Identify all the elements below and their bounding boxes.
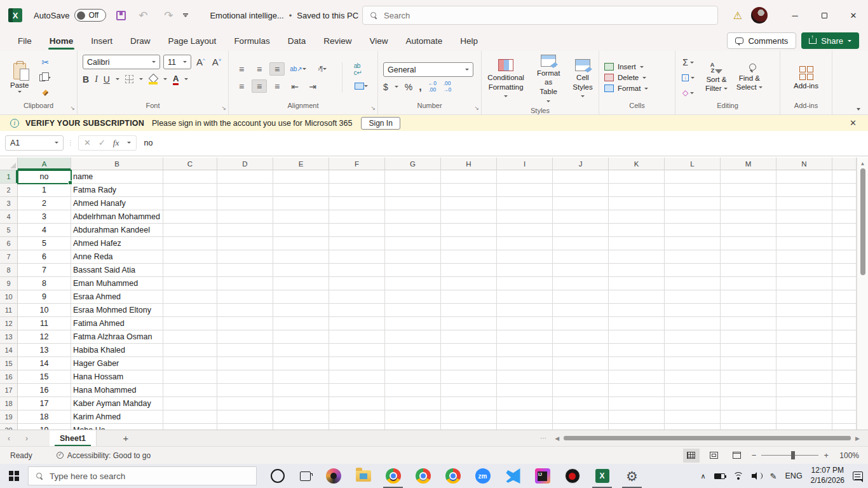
font-name-select[interactable]: Calibri	[83, 55, 160, 69]
cell-partial15[interactable]	[832, 357, 857, 370]
cell-L13[interactable]	[665, 330, 721, 344]
cell-L2[interactable]	[665, 184, 721, 197]
cell-J4[interactable]	[553, 210, 609, 224]
cell-K19[interactable]	[609, 410, 665, 424]
increase-font-size-button[interactable]: A^	[194, 57, 207, 67]
cell-D1[interactable]	[217, 170, 273, 184]
cell-B12[interactable]: Fatima Ahmed	[71, 317, 163, 330]
cell-H2[interactable]	[441, 184, 497, 197]
cell-H6[interactable]	[441, 237, 497, 250]
cell-F11[interactable]	[329, 304, 385, 317]
copy-button[interactable]	[37, 71, 53, 84]
cell-C15[interactable]	[163, 357, 217, 370]
cell-partial14[interactable]	[832, 344, 857, 357]
cell-D2[interactable]	[217, 184, 273, 197]
cell-I17[interactable]	[497, 384, 553, 397]
cell-L12[interactable]	[665, 317, 721, 330]
currency-chevron-icon[interactable]	[395, 86, 398, 88]
cell-partial18[interactable]	[832, 397, 857, 410]
horizontal-scroll-thumb[interactable]	[564, 436, 851, 440]
cell-K14[interactable]	[609, 344, 665, 357]
cell-J18[interactable]	[553, 397, 609, 410]
cell-H9[interactable]	[441, 277, 497, 290]
chrome-profile-1-icon[interactable]	[378, 464, 408, 488]
cell-L11[interactable]	[665, 304, 721, 317]
cell-H20[interactable]	[441, 424, 497, 430]
cell-D7[interactable]	[217, 250, 273, 264]
cell-C12[interactable]	[163, 317, 217, 330]
font-color-chevron-icon[interactable]	[184, 78, 188, 80]
cell-K8[interactable]	[609, 264, 665, 277]
fill-color-icon[interactable]	[149, 75, 158, 84]
middle-align-button[interactable]: ≡	[252, 62, 267, 76]
sheet-nav-prev-icon[interactable]: ‹	[0, 434, 18, 443]
cell-N11[interactable]	[776, 304, 832, 317]
increase-indent-button[interactable]: ⇥	[305, 79, 320, 93]
cell-N10[interactable]	[776, 290, 832, 304]
cell-F20[interactable]	[329, 424, 385, 430]
column-header-L[interactable]: L	[665, 158, 721, 170]
cell-E19[interactable]	[273, 410, 329, 424]
cell-D3[interactable]	[217, 197, 273, 210]
cell-C13[interactable]	[163, 330, 217, 344]
cell-M14[interactable]	[721, 344, 776, 357]
cell-G16[interactable]	[385, 370, 441, 384]
cell-B20[interactable]: Maha Ha	[71, 424, 163, 430]
cell-J6[interactable]	[553, 237, 609, 250]
cell-N9[interactable]	[776, 277, 832, 290]
scroll-right-icon[interactable]: ▶	[853, 435, 862, 442]
account-avatar[interactable]	[751, 7, 768, 24]
row-header-19[interactable]: 19	[0, 410, 18, 424]
row-header-6[interactable]: 6	[0, 237, 18, 250]
cell-I3[interactable]	[497, 197, 553, 210]
tray-expand-icon[interactable]: ∧	[701, 472, 706, 480]
wrap-text-button[interactable]: ›¶	[311, 62, 333, 76]
cell-J14[interactable]	[553, 344, 609, 357]
cell-K15[interactable]	[609, 357, 665, 370]
accessibility-status[interactable]: Accessibility: Good to go	[57, 451, 151, 460]
intellij-icon[interactable]: IJ	[527, 464, 557, 488]
cell-G18[interactable]	[385, 397, 441, 410]
zoom-slider-knob[interactable]	[791, 451, 795, 459]
cell-E6[interactable]	[273, 237, 329, 250]
cell-B19[interactable]: Karim Ahmed	[71, 410, 163, 424]
cell-D20[interactable]	[217, 424, 273, 430]
row-header-13[interactable]: 13	[0, 330, 18, 344]
cell-J17[interactable]	[553, 384, 609, 397]
sort-filter-button[interactable]: AZ Sort &Filter	[701, 62, 732, 93]
cell-A5[interactable]: 4	[18, 224, 71, 237]
cell-partial6[interactable]	[832, 237, 857, 250]
cell-F8[interactable]	[329, 264, 385, 277]
zoom-out-button[interactable]: −	[752, 451, 757, 460]
cell-I10[interactable]	[497, 290, 553, 304]
cell-C19[interactable]	[163, 410, 217, 424]
insert-function-icon[interactable]: fx	[113, 138, 119, 148]
cell-D8[interactable]	[217, 264, 273, 277]
cell-N15[interactable]	[776, 357, 832, 370]
cell-L18[interactable]	[665, 397, 721, 410]
sheet-tab-sheet1[interactable]: Sheet1	[50, 430, 97, 446]
row-header-16[interactable]: 16	[0, 370, 18, 384]
row-header-7[interactable]: 7	[0, 250, 18, 264]
cell-D6[interactable]	[217, 237, 273, 250]
cell-H1[interactable]	[441, 170, 497, 184]
column-header-J[interactable]: J	[553, 158, 609, 170]
decrease-indent-button[interactable]: ⇤	[287, 79, 302, 93]
insert-cells-button[interactable]: Insert	[604, 63, 648, 71]
cell-A6[interactable]: 5	[18, 237, 71, 250]
cell-J20[interactable]	[553, 424, 609, 430]
cell-H11[interactable]	[441, 304, 497, 317]
cell-C2[interactable]	[163, 184, 217, 197]
cell-H12[interactable]	[441, 317, 497, 330]
vscode-icon[interactable]	[498, 464, 527, 488]
row-header-17[interactable]: 17	[0, 384, 18, 397]
cell-H15[interactable]	[441, 357, 497, 370]
font-color-icon[interactable]: A	[173, 74, 179, 85]
cell-C7[interactable]	[163, 250, 217, 264]
paste-button[interactable]: Paste	[5, 62, 34, 94]
cell-I18[interactable]	[497, 397, 553, 410]
cell-G10[interactable]	[385, 290, 441, 304]
cell-C16[interactable]	[163, 370, 217, 384]
normal-view-button[interactable]	[683, 449, 700, 463]
cell-K18[interactable]	[609, 397, 665, 410]
